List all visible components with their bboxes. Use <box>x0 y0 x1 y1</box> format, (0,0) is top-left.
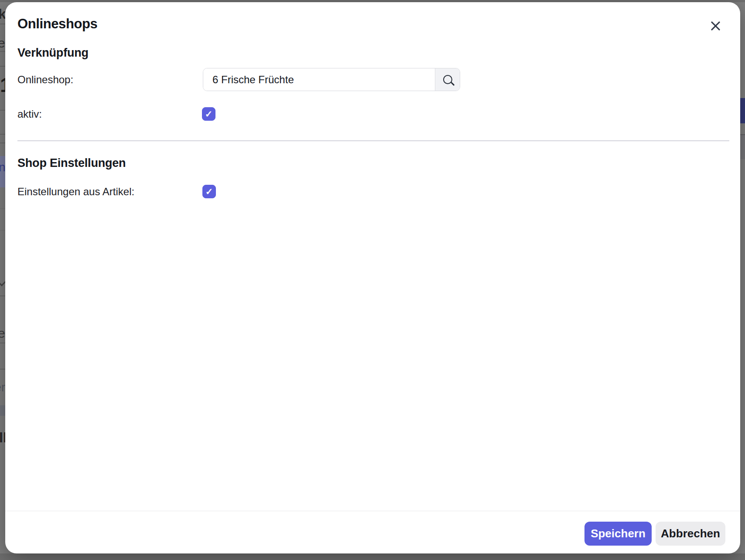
close-button[interactable] <box>706 16 725 35</box>
background-header-band <box>740 135 745 159</box>
background-link-fragment: n <box>0 160 6 174</box>
section-heading-verknuepfung: Verknüpfung <box>17 46 89 60</box>
search-button[interactable] <box>435 68 460 91</box>
search-icon <box>443 75 452 84</box>
onlineshop-label: Onlineshop: <box>17 68 73 91</box>
checkmark-icon: ✓ <box>205 187 213 196</box>
save-button[interactable]: Speichern <box>584 522 652 546</box>
checkmark-icon: ✓ <box>205 109 213 119</box>
background-primary-button-sliver <box>740 98 745 123</box>
close-icon <box>710 20 721 32</box>
background-text-fragment: e <box>0 36 5 51</box>
dialog-title: Onlineshops <box>17 16 97 32</box>
background-text-fragment: e <box>0 326 5 341</box>
aktiv-label: aktiv: <box>17 107 42 121</box>
footer-divider <box>5 511 740 511</box>
onlineshop-input-group <box>203 68 460 91</box>
backdrop-bottom-strip <box>0 553 745 560</box>
einstellungen-aus-artikel-label: Einstellungen aus Artikel: <box>17 185 134 198</box>
background-text-fragment: er <box>0 381 5 394</box>
onlineshops-dialog: Onlineshops Verknüpfung Onlineshop: akti… <box>5 2 740 553</box>
section-divider <box>17 140 729 141</box>
section-heading-shop-einstellungen: Shop Einstellungen <box>17 156 126 170</box>
aktiv-checkbox[interactable]: ✓ <box>202 107 215 121</box>
cancel-button[interactable]: Abbrechen <box>656 522 725 546</box>
einstellungen-aus-artikel-checkbox[interactable]: ✓ <box>202 185 216 198</box>
onlineshop-input[interactable] <box>203 68 435 91</box>
